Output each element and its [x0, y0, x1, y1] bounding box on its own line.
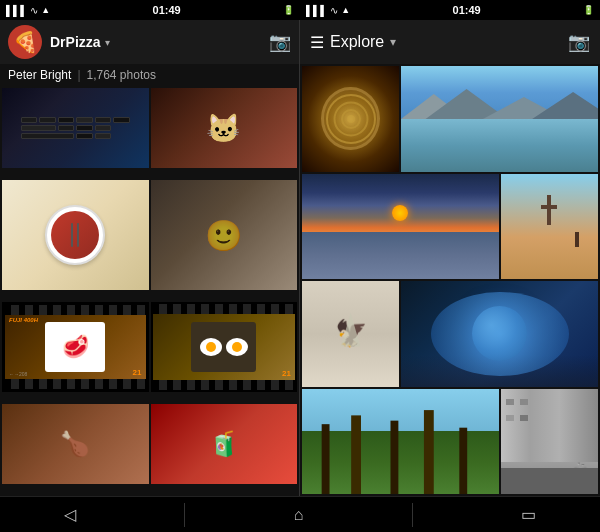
time-left: 01:49 — [153, 4, 181, 16]
right-header: ☰ Explore ▾ 📷 — [300, 20, 600, 64]
svg-rect-8 — [459, 427, 467, 494]
triangle-icon-right: ▲ — [341, 5, 350, 15]
main-content: 🍕 DrPizza ▾ 📷 Peter Bright | 1,764 photo… — [0, 20, 600, 496]
photo-eggs[interactable]: 21 — [151, 302, 298, 392]
camera-icon-left: 📷 — [269, 32, 291, 52]
left-panel: 🍕 DrPizza ▾ 📷 Peter Bright | 1,764 photo… — [0, 20, 300, 496]
wifi-icon-left: ∿ — [30, 5, 38, 16]
status-right-icons: ▌▌▌ ∿ ▲ — [306, 5, 350, 16]
nav-divider-1 — [184, 503, 185, 527]
home-button[interactable]: ⌂ — [274, 502, 324, 528]
explore-dropdown-arrow[interactable]: ▾ — [390, 35, 396, 49]
time-right: 01:49 — [453, 4, 481, 16]
photo-count: 1,764 photos — [87, 68, 156, 82]
camera-icon-right: 📷 — [568, 32, 590, 52]
svg-marker-3 — [532, 92, 598, 119]
explore-cell-mountain-lake[interactable] — [401, 66, 598, 172]
right-panel: ☰ Explore ▾ 📷 — [300, 20, 600, 496]
svg-rect-4 — [322, 424, 330, 494]
photo-red-drink[interactable]: 🧃 — [151, 404, 298, 484]
photo-film-food[interactable]: FUJI 400H 21 ←→208 🥩 — [2, 302, 149, 392]
recent-icon: ▭ — [521, 506, 536, 523]
status-bar-right: ▌▌▌ ∿ ▲ 01:49 🔋 — [300, 0, 600, 20]
explore-cell-beach-sunset[interactable] — [302, 174, 499, 280]
username-label: DrPizza — [50, 34, 101, 50]
photo-meat[interactable]: 🍗 — [2, 404, 149, 484]
back-icon: ◁ — [64, 506, 76, 523]
svg-rect-6 — [390, 420, 398, 494]
explore-cell-city-bw[interactable]: 🚲 — [501, 389, 598, 495]
photo-plate[interactable] — [2, 180, 149, 290]
username-row[interactable]: DrPizza ▾ — [50, 34, 110, 50]
triangle-icon-left: ▲ — [41, 5, 50, 15]
photo-person[interactable]: 🙂 — [151, 180, 298, 290]
divider: | — [77, 68, 80, 82]
explore-cell-cross[interactable] — [501, 174, 598, 280]
signal-icon-right: ▌▌▌ — [306, 5, 327, 16]
nav-divider-2 — [412, 503, 413, 527]
back-button[interactable]: ◁ — [44, 501, 96, 528]
left-camera-button[interactable]: 📷 — [269, 31, 291, 53]
explore-cell-blue-sphere[interactable] — [401, 281, 598, 387]
svg-rect-7 — [424, 410, 434, 494]
explore-cell-forest[interactable] — [302, 389, 499, 495]
status-bars: ▌▌▌ ∿ ▲ 01:49 🔋 ▌▌▌ ∿ ▲ 01:49 🔋 — [0, 0, 600, 20]
menu-icon[interactable]: ☰ — [310, 33, 324, 52]
explore-cell-bird[interactable]: 🦅 — [302, 281, 399, 387]
battery-icon-left: 🔋 — [283, 5, 294, 15]
photo-cat[interactable]: 🐱 — [151, 88, 298, 168]
battery-icon-right: 🔋 — [583, 5, 594, 15]
explore-title: Explore — [330, 33, 384, 51]
status-left-icons: ▌▌▌ ∿ ▲ — [6, 5, 50, 16]
right-camera-button[interactable]: 📷 — [568, 31, 590, 53]
user-info-bar: Peter Bright | 1,764 photos — [0, 64, 299, 86]
photo-keyboard[interactable] — [2, 88, 149, 168]
nav-bar: ◁ ⌂ ▭ — [0, 496, 600, 532]
recent-apps-button[interactable]: ▭ — [501, 501, 556, 528]
status-bar-left: ▌▌▌ ∿ ▲ 01:49 🔋 — [0, 0, 300, 20]
home-icon: ⌂ — [294, 506, 304, 523]
explore-grid: 🦅 — [300, 64, 600, 496]
signal-icon-left: ▌▌▌ — [6, 5, 27, 16]
svg-rect-5 — [351, 415, 361, 494]
explore-cell-spiral[interactable] — [302, 66, 399, 172]
user-name-text: Peter Bright — [8, 68, 71, 82]
left-header: 🍕 DrPizza ▾ 📷 — [0, 20, 299, 64]
username-dropdown-arrow: ▾ — [105, 37, 110, 48]
photo-grid-left: 🐱 — [0, 86, 299, 496]
wifi-icon-right: ∿ — [330, 5, 338, 16]
avatar: 🍕 — [8, 25, 42, 59]
